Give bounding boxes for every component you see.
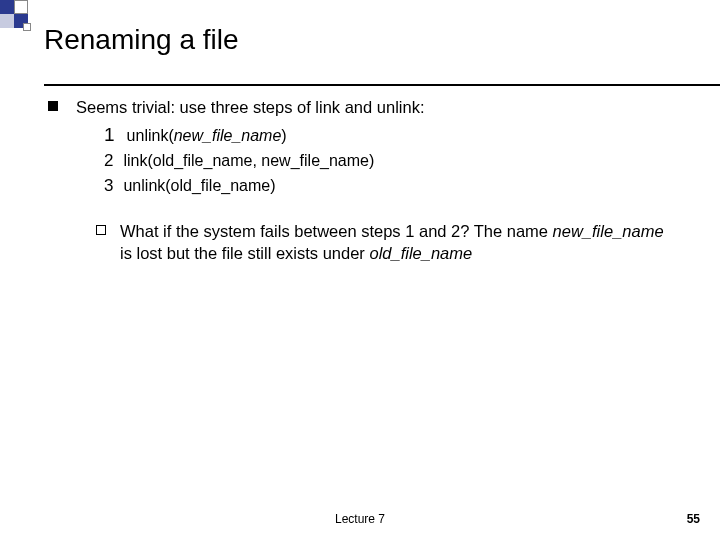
sub-bullet-text: What if the system fails between steps 1…	[120, 220, 680, 265]
slide-content: Seems trivial: use three steps of link a…	[48, 96, 680, 266]
steps-block: 1 unlink(new_file_name) 2 link(old_file_…	[104, 122, 680, 198]
sub-bullet-row: What if the system fails between steps 1…	[96, 220, 680, 265]
deco-square	[0, 0, 14, 14]
deco-square	[23, 23, 31, 31]
sub-text-italic: new_file_name	[553, 222, 664, 240]
slide-number: 55	[687, 512, 700, 526]
deco-square	[14, 0, 28, 14]
step-number: 3	[104, 175, 113, 198]
step-text: unlink(new_file_name)	[127, 125, 287, 147]
step-line: 1 unlink(new_file_name)	[104, 122, 680, 148]
sub-text-italic: old_file_name	[369, 244, 472, 262]
step-text: link(old_file_name, new_file_name)	[123, 150, 374, 172]
slide-title: Renaming a file	[44, 24, 700, 62]
step-number: 2	[104, 150, 113, 173]
bullet-row: Seems trivial: use three steps of link a…	[48, 96, 680, 118]
step-line: 2 link(old_file_name, new_file_name)	[104, 150, 680, 173]
deco-square	[0, 14, 14, 28]
bullet-text: Seems trivial: use three steps of link a…	[76, 96, 425, 118]
step-text-fragment: )	[281, 127, 286, 144]
title-area: Renaming a file	[44, 24, 700, 62]
square-bullet-icon	[48, 101, 58, 111]
hollow-square-bullet-icon	[96, 225, 106, 235]
footer-center-text: Lecture 7	[335, 512, 385, 526]
step-text: unlink(old_file_name)	[123, 175, 275, 197]
step-text-italic: new_file_name	[174, 127, 282, 144]
sub-text-fragment: What if the system fails between steps 1…	[120, 222, 553, 240]
title-underline	[44, 84, 720, 86]
sub-text-fragment: is lost but the file still exists under	[120, 244, 369, 262]
step-number: 1	[104, 122, 115, 148]
step-line: 3 unlink(old_file_name)	[104, 175, 680, 198]
step-text-fragment: unlink(	[127, 127, 174, 144]
